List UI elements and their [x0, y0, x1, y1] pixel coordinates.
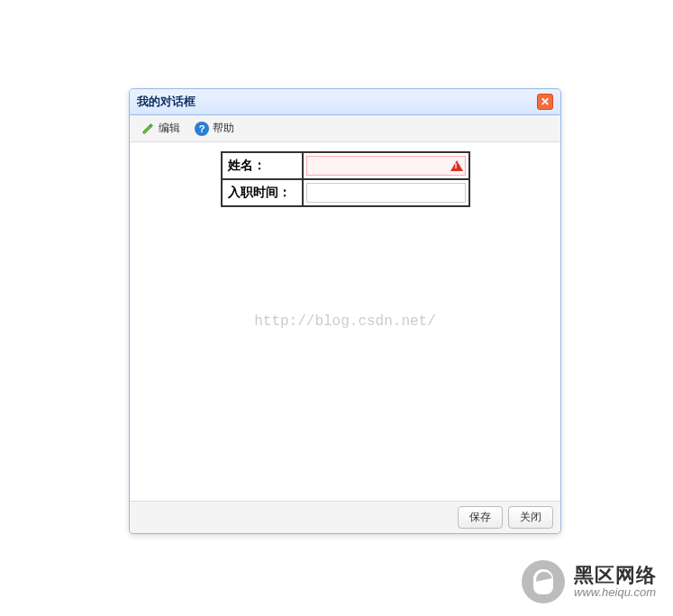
dialog-footer: 保存 关闭	[130, 501, 560, 533]
edit-button[interactable]: 编辑	[135, 119, 186, 138]
brand-text: 黑区网络 www.heiqu.com	[574, 565, 657, 599]
close-icon[interactable]: ✕	[537, 94, 553, 110]
watermark-text: http://blog.csdn.net/	[254, 313, 436, 330]
name-input[interactable]	[306, 156, 466, 176]
close-button[interactable]: 关闭	[508, 506, 553, 529]
help-button[interactable]: ? 帮助	[189, 119, 240, 138]
dialog-window: 我的对话框 ✕ 编辑 ? 帮助 姓名：	[129, 88, 561, 534]
brand-badge: 黑区网络 www.heiqu.com	[522, 560, 657, 603]
dialog-header[interactable]: 我的对话框 ✕	[130, 89, 560, 115]
hire-date-input[interactable]	[306, 183, 466, 203]
name-label: 姓名：	[222, 152, 303, 179]
help-icon: ?	[195, 122, 209, 136]
brand-url: www.heiqu.com	[574, 586, 657, 599]
pencil-icon	[141, 122, 155, 136]
warning-icon	[450, 160, 463, 171]
hire-date-label: 入职时间：	[222, 179, 303, 206]
brand-logo-icon	[522, 560, 565, 603]
save-button[interactable]: 保存	[458, 506, 503, 529]
toolbar: 编辑 ? 帮助	[130, 115, 560, 142]
help-label: 帮助	[213, 121, 234, 136]
brand-title: 黑区网络	[574, 565, 657, 586]
edit-label: 编辑	[159, 121, 180, 136]
dialog-title: 我的对话框	[137, 94, 196, 110]
dialog-body: 姓名： 入职时间： http://blog.csdn.net/	[130, 142, 560, 501]
form-table: 姓名： 入职时间：	[221, 151, 470, 207]
